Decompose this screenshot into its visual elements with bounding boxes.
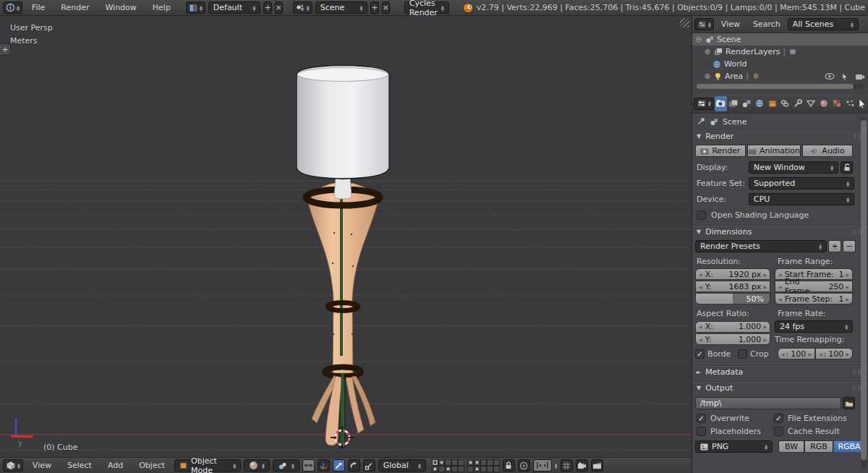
file-extensions-checkbox[interactable]: ✓ xyxy=(774,414,783,423)
snap-button[interactable] xyxy=(533,459,552,472)
area-corner-handle[interactable] xyxy=(680,18,689,27)
crop-checkbox[interactable] xyxy=(738,349,747,359)
close-layout-button[interactable]: × xyxy=(275,1,283,14)
render-presets-select[interactable]: Render Presets xyxy=(695,240,827,252)
outliner-view-menu[interactable]: View xyxy=(715,20,746,29)
menu-help[interactable]: Help xyxy=(146,3,177,12)
channels-bw-button[interactable]: BW xyxy=(778,440,804,453)
properties-editor-type-button[interactable] xyxy=(694,98,714,110)
pin-icon[interactable] xyxy=(697,117,705,126)
scene-name-field[interactable]: Scene xyxy=(315,1,368,14)
frame-rate-select[interactable]: 24 fps xyxy=(775,320,853,333)
display-select[interactable]: New Window xyxy=(749,161,838,174)
outliner-row-renderlayers[interactable]: ⊕ RenderLayers | xyxy=(692,46,868,58)
visibility-eye-icon[interactable] xyxy=(822,73,838,80)
panel-header-metadata[interactable]: ► Metadata ⣿⣿ xyxy=(692,366,868,378)
menu-render[interactable]: Render xyxy=(54,3,95,12)
manipulator-scale-button[interactable] xyxy=(363,459,375,472)
remove-preset-button[interactable]: − xyxy=(843,240,856,252)
tab-modifiers[interactable] xyxy=(792,96,804,111)
device-select[interactable]: CPU xyxy=(749,193,854,205)
menu-window[interactable]: Window xyxy=(98,3,142,12)
overwrite-checkbox[interactable]: ✓ xyxy=(697,414,706,423)
tab-render-layers[interactable] xyxy=(728,96,740,111)
scene-selector-icon-button[interactable] xyxy=(293,1,312,14)
selectable-cursor-icon[interactable] xyxy=(838,72,852,81)
add-layout-button[interactable]: + xyxy=(263,1,271,14)
render-animation-button[interactable]: Animation xyxy=(747,145,801,157)
resolution-x-field[interactable]: ◀X:1920 px▶ xyxy=(695,268,770,280)
feature-set-select[interactable]: Supported xyxy=(749,177,854,189)
outliner-filter-select[interactable]: All Scenes xyxy=(788,18,859,30)
tab-object[interactable] xyxy=(766,96,778,111)
resolution-y-field[interactable]: ◀Y:1683 px▶ xyxy=(695,281,770,292)
layers-group-1[interactable] xyxy=(432,459,464,472)
expand-icon[interactable]: ⊕ xyxy=(704,48,711,56)
aspect-y-field[interactable]: ◀Y:1.000▶ xyxy=(695,333,770,345)
manipulator-axes-button[interactable] xyxy=(318,459,330,472)
renderability-camera-icon[interactable] xyxy=(852,73,868,80)
tab-constraints[interactable] xyxy=(779,96,791,111)
file-format-select[interactable]: PNG xyxy=(695,440,773,453)
osl-checkbox[interactable] xyxy=(697,210,706,220)
manipulator-translate-button[interactable] xyxy=(333,459,345,472)
outliner-editor-type-button[interactable] xyxy=(694,18,714,30)
proportional-edit-button[interactable] xyxy=(518,459,530,472)
file-browse-button[interactable] xyxy=(843,397,855,409)
frame-step-field[interactable]: ◀Frame Step:1▶ xyxy=(775,293,853,304)
screen-layout-field[interactable]: Default xyxy=(208,1,261,14)
placeholders-checkbox[interactable] xyxy=(697,427,706,436)
layers-widget[interactable] xyxy=(432,459,500,472)
add-scene-button[interactable]: + xyxy=(370,1,378,14)
mode-select[interactable]: Object Mode xyxy=(174,459,241,472)
cache-result-checkbox[interactable] xyxy=(774,427,783,436)
panel-header-render[interactable]: ▼ Render ⣿⣿ xyxy=(692,130,868,142)
view-menu[interactable]: View xyxy=(26,461,58,470)
close-scene-button[interactable]: × xyxy=(382,1,390,14)
screen-layout-icon-button[interactable] xyxy=(186,1,205,14)
panel-header-output[interactable]: ▼ Output ⣿⣿ xyxy=(692,382,868,394)
remap-new-field[interactable]: ◀: 100▶ xyxy=(815,348,853,359)
outliner-hscrollbar[interactable] xyxy=(697,84,864,89)
tab-texture[interactable] xyxy=(830,96,843,111)
layers-group-2[interactable] xyxy=(467,459,500,472)
aspect-x-field[interactable]: ◀X:1.000▶ xyxy=(695,321,770,333)
lock-to-scene-button[interactable] xyxy=(503,459,515,472)
output-path-field[interactable]: /tmp\ xyxy=(695,397,841,409)
snap-element-button[interactable] xyxy=(561,459,573,472)
toolshelf-expand-button[interactable]: + xyxy=(0,43,11,56)
add-preset-button[interactable]: + xyxy=(828,240,841,252)
outliner-search-menu[interactable]: Search xyxy=(747,20,786,29)
render-opengl-anim-button[interactable] xyxy=(591,459,603,472)
render-engine-select[interactable]: Cycles Render xyxy=(404,1,449,14)
editor-type-selector[interactable] xyxy=(3,1,22,14)
tab-render[interactable] xyxy=(715,96,727,111)
viewport-shading-select[interactable] xyxy=(244,459,270,472)
viewport-editor-type-button[interactable] xyxy=(3,459,23,472)
outliner-row-world[interactable]: World xyxy=(692,58,868,70)
tab-material[interactable] xyxy=(817,96,830,111)
tab-scene[interactable] xyxy=(741,96,753,111)
outliner-row-area[interactable]: ⊕ Area | xyxy=(692,70,868,82)
select-menu[interactable]: Select xyxy=(61,461,98,470)
pivot-center-select[interactable] xyxy=(273,459,299,472)
properties-vscrollbar[interactable] xyxy=(861,117,867,469)
tab-world[interactable] xyxy=(753,96,765,111)
menu-file[interactable]: File xyxy=(25,3,51,12)
resolution-scale-slider[interactable]: 50% xyxy=(695,293,770,304)
lock-interface-button[interactable] xyxy=(841,161,853,174)
viewport-3d[interactable]: y User Persp Meters + (0) Cube xyxy=(0,16,692,457)
end-frame-field[interactable]: ◀End Frame:250▶ xyxy=(775,281,853,292)
collapse-icon[interactable]: ⊖ xyxy=(695,35,702,43)
manipulator-toggle-button[interactable] xyxy=(302,459,315,472)
transform-orientation-select[interactable]: Global xyxy=(378,459,426,472)
panel-header-dimensions[interactable]: ▼ Dimensions ⣿⣿ xyxy=(692,226,868,238)
expand-icon[interactable]: ⊕ xyxy=(704,72,711,80)
render-opengl-button[interactable] xyxy=(576,459,588,472)
border-checkbox[interactable]: ✓ xyxy=(695,349,705,359)
object-menu[interactable]: Object xyxy=(132,461,171,470)
tab-particles[interactable] xyxy=(843,96,856,111)
manipulator-rotate-button[interactable] xyxy=(348,459,360,472)
outliner-row-scene[interactable]: ⊖ Scene xyxy=(692,33,868,46)
remap-old-field[interactable]: ◀: 100▶ xyxy=(778,348,815,359)
